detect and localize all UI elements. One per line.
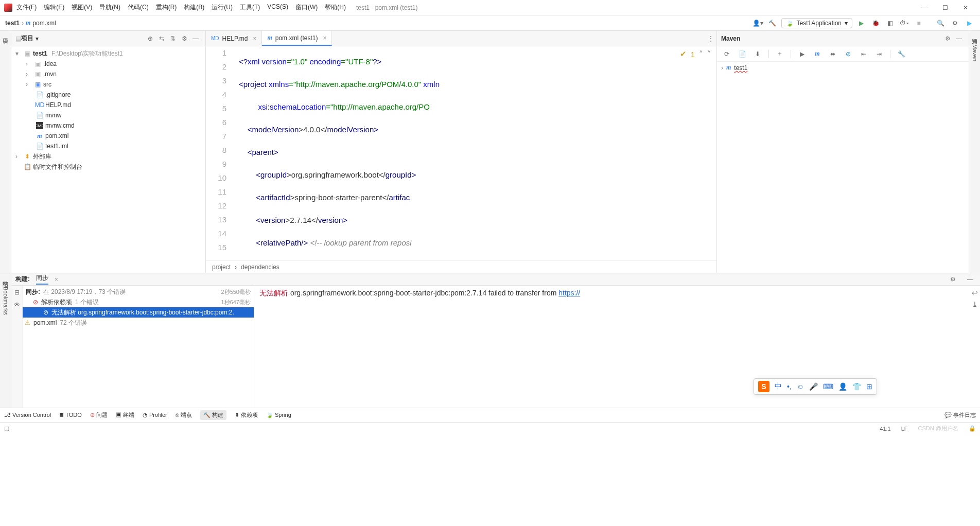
tool-profiler[interactable]: ◔ Profiler: [143, 412, 167, 418]
maven-project-node[interactable]: test1: [734, 64, 747, 72]
crumb-project[interactable]: test1: [5, 20, 20, 27]
profile-button[interactable]: ⏱▾: [899, 17, 910, 29]
prev-highlight-icon[interactable]: ˄: [699, 49, 703, 59]
scroll-end-icon[interactable]: ⤓: [972, 300, 978, 308]
sync-tab[interactable]: 同步: [36, 274, 48, 285]
code-content[interactable]: <?xml version="1.0" encoding="UTF-8"?> <…: [231, 46, 716, 260]
tab-pom[interactable]: mpom.xml (test1)×: [262, 31, 332, 46]
tool-endpoints[interactable]: ⎋ 端点: [176, 411, 192, 419]
ime-toolbox-icon[interactable]: ⊞: [866, 382, 872, 391]
collapse-icon[interactable]: ⇤: [858, 48, 869, 60]
menu-code[interactable]: 代码(C): [128, 3, 149, 12]
locate-icon[interactable]: ⊕: [145, 33, 156, 44]
gear-icon[interactable]: ⚙: [179, 33, 190, 44]
menu-help[interactable]: 帮助(H): [325, 3, 346, 12]
wrench-icon[interactable]: 🔧: [896, 48, 907, 60]
menu-tools[interactable]: 工具(T): [240, 3, 260, 12]
gear-icon[interactable]: ⚙: [942, 33, 953, 44]
status-line-sep[interactable]: LF: [901, 426, 908, 432]
tool-deps[interactable]: ⬍ 依赖项: [235, 411, 258, 419]
menu-build[interactable]: 构建(B): [184, 3, 204, 12]
tab-help[interactable]: MDHELP.md×: [206, 31, 262, 46]
error-link[interactable]: https://: [558, 289, 580, 297]
tree-idea[interactable]: .idea: [43, 60, 57, 67]
close-icon[interactable]: ×: [323, 34, 326, 42]
crumb-project-tag[interactable]: project: [212, 264, 231, 271]
hide-pane-icon[interactable]: —: [953, 33, 965, 44]
maven-icon[interactable]: m: [812, 48, 823, 60]
run-button[interactable]: ▶: [855, 17, 867, 29]
toggle-offline-icon[interactable]: ⬌: [827, 48, 838, 60]
menu-file[interactable]: 文件(F): [16, 3, 37, 12]
build-detail[interactable]: 无法解析 org.springframework.boot:spring-boo…: [254, 286, 980, 408]
tool-maven-tab[interactable]: Maven: [972, 44, 978, 61]
tool-build[interactable]: 🔨 构建: [200, 410, 226, 420]
tool-problems[interactable]: ⊘ 问题: [90, 411, 108, 419]
tree-gitignore[interactable]: .gitignore: [45, 91, 71, 98]
tree-extlib[interactable]: 外部库: [33, 152, 51, 161]
tree-mvn[interactable]: .mvn: [43, 71, 57, 78]
ime-lang[interactable]: 中: [775, 382, 782, 391]
ime-keyboard-icon[interactable]: ⌨: [823, 382, 833, 391]
hammer-icon[interactable]: 🔨: [767, 17, 778, 29]
menu-vcs[interactable]: VCS(S): [267, 3, 288, 12]
build-row-pom[interactable]: ⚠ pom.xml72 个错误: [23, 318, 254, 328]
crumb-deps-tag[interactable]: dependencies: [241, 264, 279, 271]
debug-button[interactable]: 🐞: [870, 17, 881, 29]
menu-view[interactable]: 视图(V): [72, 3, 92, 12]
generate-sources-icon[interactable]: 📄: [737, 48, 748, 60]
search-icon[interactable]: 🔍: [935, 17, 946, 29]
build-row-header[interactable]: 同步:在 2023/8/9 17:19，73 个错误 2秒550毫秒: [23, 287, 254, 297]
status-position[interactable]: 41:1: [880, 426, 890, 432]
minimize-button[interactable]: —: [914, 4, 935, 11]
tool-bookmarks-tab[interactable]: Bookmarks: [3, 287, 9, 315]
menu-edit[interactable]: 编辑(E): [44, 3, 64, 12]
eye-icon[interactable]: 👁: [14, 301, 20, 308]
tree-help[interactable]: HELP.md: [45, 101, 71, 109]
tree-root[interactable]: test1: [33, 50, 47, 57]
build-row-error[interactable]: ⊘ 无法解析 org.springframework.boot:spring-b…: [23, 307, 254, 318]
ime-toolbar[interactable]: S 中 •, ☺ 🎤 ⌨ 👤 👕 ⊞: [754, 378, 877, 395]
tree-scratch[interactable]: 临时文件和控制台: [33, 163, 82, 171]
menu-refactor[interactable]: 重构(R): [156, 3, 177, 12]
status-lock-icon[interactable]: 🔒: [969, 425, 976, 432]
ime-punct-icon[interactable]: •,: [787, 382, 792, 391]
reload-icon[interactable]: ⟳: [721, 48, 732, 60]
download-icon[interactable]: ⬇: [752, 48, 763, 60]
tab-menu-icon[interactable]: ⋮: [705, 33, 716, 44]
coverage-button[interactable]: ◧: [884, 17, 896, 29]
ime-user-icon[interactable]: 👤: [838, 382, 847, 391]
close-button[interactable]: ✕: [955, 4, 976, 11]
tool-vcs[interactable]: ⎇ Version Control: [4, 412, 51, 418]
chevron-down-icon[interactable]: ▾: [36, 35, 39, 42]
hide-pane-icon[interactable]: —: [965, 274, 976, 285]
run-config-selector[interactable]: 🍃 Test1Application ▾: [781, 18, 852, 28]
tool-eventlog[interactable]: 💬 事件日志: [944, 411, 976, 419]
code-editor[interactable]: ✔1 ˄ ˅ 123456789101112131415 <?xml versi…: [206, 46, 716, 260]
tree-mvnwcmd[interactable]: mvnw.cmd: [45, 122, 75, 129]
build-tree[interactable]: 同步:在 2023/8/9 17:19，73 个错误 2秒550毫秒 ⊘ 解析依…: [23, 286, 254, 408]
project-pane-title[interactable]: 项目: [21, 34, 33, 43]
close-tab-icon[interactable]: ×: [55, 276, 58, 283]
ime-skin-icon[interactable]: 👕: [852, 382, 861, 391]
stop-button[interactable]: ■: [913, 17, 924, 29]
run-anything-icon[interactable]: ▶: [964, 17, 975, 29]
settings-icon[interactable]: ⚙: [949, 17, 960, 29]
soft-wrap-icon[interactable]: ↩: [972, 289, 978, 297]
add-user-icon[interactable]: 👤▾: [752, 17, 764, 29]
statusbar-widgets-icon[interactable]: ▢: [4, 425, 9, 432]
tree-src[interactable]: src: [43, 81, 51, 88]
next-highlight-icon[interactable]: ˅: [707, 49, 711, 59]
filter-icon[interactable]: ⊟: [14, 289, 20, 296]
project-tree[interactable]: ▾▣test1F:\Desktop\实验功能\test1 ›▣.idea ›▣.…: [11, 46, 205, 273]
run-icon[interactable]: ▶: [796, 48, 808, 60]
inspection-warning-icon[interactable]: ✔: [680, 49, 687, 59]
skip-tests-icon[interactable]: ⊘: [843, 48, 854, 60]
tree-pom[interactable]: pom.xml: [45, 132, 68, 139]
ime-voice-icon[interactable]: 🎤: [809, 382, 818, 391]
ime-emoji-icon[interactable]: ☺: [797, 382, 804, 391]
expand-all-icon[interactable]: ⇆: [156, 33, 167, 44]
menu-navigate[interactable]: 导航(N): [99, 3, 120, 12]
menu-window[interactable]: 窗口(W): [295, 3, 318, 12]
maximize-button[interactable]: ☐: [935, 4, 955, 11]
